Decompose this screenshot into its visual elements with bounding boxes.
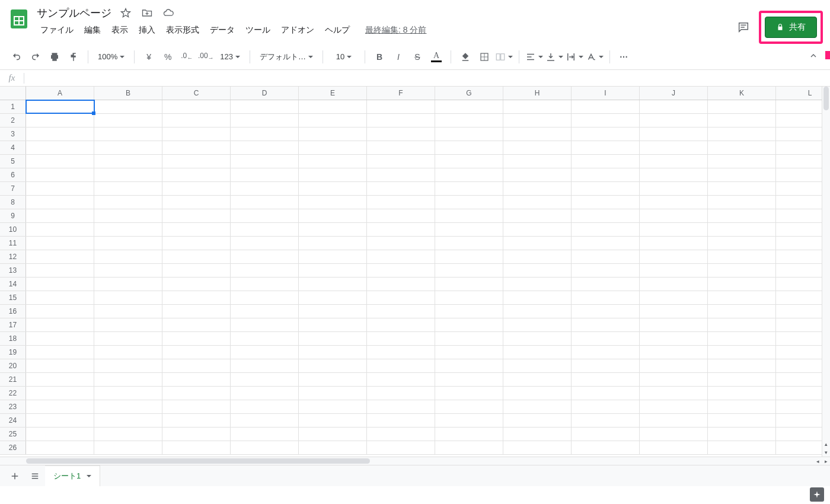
cell[interactable] — [503, 196, 572, 209]
column-header[interactable]: J — [640, 87, 708, 100]
cell[interactable] — [299, 182, 367, 195]
cell[interactable] — [299, 209, 367, 222]
merge-cells-icon[interactable] — [495, 49, 513, 65]
row-header[interactable]: 17 — [0, 318, 26, 331]
cell[interactable] — [94, 400, 162, 413]
cell[interactable] — [503, 428, 572, 441]
cell[interactable] — [94, 359, 162, 372]
cell[interactable] — [94, 318, 162, 331]
menu-format[interactable]: 表示形式 — [161, 23, 204, 38]
cell[interactable] — [503, 346, 572, 359]
cell[interactable] — [162, 209, 231, 222]
cell[interactable] — [640, 264, 708, 277]
cell[interactable] — [708, 277, 776, 291]
cell[interactable] — [299, 250, 367, 263]
cell[interactable] — [435, 155, 503, 168]
menu-view[interactable]: 表示 — [107, 23, 133, 38]
cell[interactable] — [162, 141, 231, 154]
collapse-toolbar-icon[interactable] — [805, 51, 822, 63]
cell[interactable] — [162, 387, 231, 400]
cell[interactable] — [94, 114, 162, 127]
cell[interactable] — [572, 114, 640, 127]
cell[interactable] — [162, 428, 231, 441]
cell[interactable] — [231, 359, 299, 372]
cell[interactable] — [367, 346, 435, 359]
cell[interactable] — [708, 373, 776, 386]
cell[interactable] — [708, 441, 776, 454]
cell[interactable] — [299, 373, 367, 386]
cell[interactable] — [435, 250, 503, 263]
cell[interactable] — [231, 155, 299, 168]
cell[interactable] — [367, 291, 435, 304]
cell[interactable] — [231, 264, 299, 277]
cell[interactable] — [435, 346, 503, 359]
cell[interactable] — [231, 414, 299, 427]
cell[interactable] — [503, 318, 572, 331]
column-header[interactable]: E — [299, 87, 367, 100]
cell[interactable] — [231, 400, 299, 413]
cell[interactable] — [26, 100, 94, 113]
cell[interactable] — [299, 318, 367, 331]
cell[interactable] — [708, 182, 776, 195]
cell[interactable] — [162, 373, 231, 386]
cell[interactable] — [435, 209, 503, 222]
cell[interactable] — [640, 400, 708, 413]
cell[interactable] — [503, 305, 572, 318]
row-header[interactable]: 5 — [0, 155, 26, 168]
cell[interactable] — [435, 387, 503, 400]
cell[interactable] — [776, 100, 822, 113]
cell[interactable] — [435, 168, 503, 181]
cell[interactable] — [26, 318, 94, 331]
cell[interactable] — [162, 127, 231, 141]
text-wrap-icon[interactable] — [566, 49, 583, 65]
cell[interactable] — [708, 196, 776, 209]
cell[interactable] — [367, 100, 435, 113]
cell[interactable] — [231, 223, 299, 236]
cell[interactable] — [94, 168, 162, 181]
cell[interactable] — [94, 182, 162, 195]
horizontal-align-icon[interactable] — [525, 49, 543, 65]
cell[interactable] — [435, 291, 503, 304]
cell[interactable] — [503, 114, 572, 127]
cell[interactable] — [94, 373, 162, 386]
cell[interactable] — [299, 441, 367, 454]
cell[interactable] — [776, 332, 822, 345]
cell[interactable] — [572, 223, 640, 236]
cell[interactable] — [231, 318, 299, 331]
cell[interactable] — [435, 237, 503, 250]
italic-icon[interactable]: I — [390, 49, 407, 65]
cell[interactable] — [503, 277, 572, 291]
cell[interactable] — [231, 237, 299, 250]
cell[interactable] — [776, 141, 822, 154]
sheet-tab-active[interactable]: シート1 — [45, 465, 100, 486]
cell[interactable] — [776, 155, 822, 168]
cell[interactable] — [231, 387, 299, 400]
cell[interactable] — [299, 346, 367, 359]
cell[interactable] — [367, 237, 435, 250]
doc-title[interactable]: サンプルページ — [37, 6, 111, 20]
move-folder-icon[interactable] — [140, 6, 154, 20]
cell[interactable] — [435, 305, 503, 318]
column-header[interactable]: K — [708, 87, 776, 100]
cell[interactable] — [299, 277, 367, 291]
cell[interactable] — [162, 291, 231, 304]
last-edit-link[interactable]: 最終編集: 8 分前 — [365, 25, 426, 36]
paint-format-icon[interactable] — [65, 49, 82, 65]
cell[interactable] — [640, 155, 708, 168]
cell[interactable] — [640, 182, 708, 195]
cell[interactable] — [94, 387, 162, 400]
cell[interactable] — [26, 400, 94, 413]
row-header[interactable]: 23 — [0, 400, 26, 413]
cell[interactable] — [708, 127, 776, 141]
scroll-down-icon[interactable]: ▾ — [822, 448, 830, 457]
cell[interactable] — [572, 373, 640, 386]
cell[interactable] — [26, 155, 94, 168]
increase-decimal-icon[interactable]: .00→ — [197, 49, 214, 65]
cell[interactable] — [26, 441, 94, 454]
cell[interactable] — [231, 305, 299, 318]
cell[interactable] — [572, 400, 640, 413]
vertical-scroll-thumb[interactable] — [823, 87, 829, 110]
cell[interactable] — [435, 114, 503, 127]
menu-insert[interactable]: 挿入 — [134, 23, 160, 38]
cell[interactable] — [299, 127, 367, 141]
